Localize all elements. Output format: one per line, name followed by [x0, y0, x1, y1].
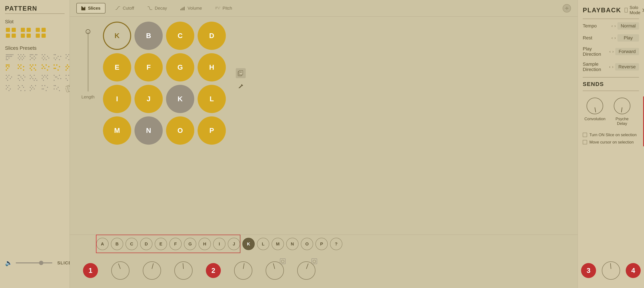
volume-tab[interactable]: Volume — [177, 4, 205, 13]
svg-point-28 — [10, 56, 11, 57]
grid-icon-paste[interactable] — [236, 68, 246, 78]
preset-20[interactable] — [17, 84, 27, 93]
slice-B[interactable]: B — [134, 22, 163, 50]
selector-E[interactable]: E — [155, 238, 167, 250]
knob-6[interactable] — [297, 261, 316, 280]
slice-K-mid[interactable]: K — [166, 85, 194, 113]
selector-N[interactable]: N — [286, 238, 298, 250]
pitch-tab[interactable]: Pitch — [212, 4, 236, 13]
middle-panel: Slices Cutoff Decay — [70, 0, 578, 288]
slice-L[interactable]: L — [198, 85, 226, 113]
selector-M[interactable]: M — [272, 238, 284, 250]
preset-15[interactable] — [29, 74, 39, 82]
length-handle[interactable] — [86, 29, 90, 34]
play-dir-right-btn[interactable]: › — [612, 49, 614, 54]
preset-17[interactable] — [53, 74, 63, 82]
slice-K-top[interactable]: K — [103, 22, 131, 50]
close-button[interactable]: × — [642, 6, 644, 14]
preset-3[interactable] — [29, 53, 39, 62]
solo-mode-checkbox[interactable] — [624, 8, 628, 13]
preset-10[interactable] — [41, 64, 51, 72]
selector-A[interactable]: A — [96, 238, 108, 250]
selector-F[interactable]: F — [169, 238, 182, 250]
svg-point-174 — [7, 87, 8, 88]
knob-1[interactable] — [111, 261, 130, 280]
slice-E[interactable]: E — [103, 53, 131, 81]
slice-I[interactable]: I — [103, 85, 131, 113]
settings-icon[interactable] — [563, 4, 571, 13]
knob-6-power-btn[interactable]: ◯ — [312, 258, 317, 264]
slot-icon-1[interactable] — [5, 27, 16, 39]
slice-M[interactable]: M — [103, 116, 131, 145]
selector-B[interactable]: B — [111, 238, 123, 250]
slice-N[interactable]: N — [134, 116, 163, 145]
psyche-delay-knob[interactable] — [614, 98, 630, 114]
slot-icon-2[interactable] — [20, 27, 32, 39]
preset-21[interactable] — [29, 84, 39, 93]
knob-3[interactable] — [174, 261, 192, 280]
knob-2[interactable] — [143, 261, 161, 280]
move-cursor-checkbox[interactable] — [583, 140, 587, 144]
knob-5[interactable] — [266, 261, 284, 280]
selector-L[interactable]: L — [257, 238, 269, 250]
selector-G[interactable]: G — [184, 238, 196, 250]
slice-G[interactable]: G — [166, 53, 194, 81]
badge-4: 4 — [626, 263, 641, 278]
decay-tab[interactable]: Decay — [144, 4, 170, 13]
preset-4[interactable] — [41, 53, 51, 62]
convolution-knob[interactable] — [586, 98, 603, 114]
slices-tab[interactable]: Slices — [76, 3, 106, 14]
slot-section: Slot — [5, 19, 64, 39]
preset-8[interactable] — [17, 64, 27, 72]
turn-on-slice-checkbox[interactable] — [583, 133, 587, 137]
selector-D[interactable]: D — [140, 238, 152, 250]
selector-question[interactable]: ? — [330, 238, 342, 250]
slot-icon-3[interactable] — [35, 27, 46, 39]
slice-H[interactable]: H — [198, 53, 226, 81]
preset-23[interactable] — [53, 84, 63, 93]
slice-J[interactable]: J — [134, 85, 163, 113]
svg-point-50 — [30, 56, 31, 57]
slice-O[interactable]: O — [166, 116, 194, 145]
preset-22[interactable] — [41, 84, 51, 93]
selector-O[interactable]: O — [301, 238, 313, 250]
preset-13[interactable] — [5, 74, 15, 82]
knob-4[interactable] — [234, 261, 252, 280]
preset-16[interactable] — [41, 74, 51, 82]
slice-C[interactable]: C — [166, 22, 194, 50]
play-dir-left-btn[interactable]: ‹ — [609, 49, 611, 54]
slice-P[interactable]: P — [198, 116, 226, 145]
slice-D[interactable]: D — [198, 22, 226, 50]
svg-point-189 — [31, 88, 32, 89]
preset-5[interactable] — [53, 53, 63, 62]
rest-right-btn[interactable]: › — [614, 36, 616, 40]
tempo-row: Tempo ‹ › Normal — [583, 22, 639, 30]
selector-J[interactable]: J — [228, 238, 240, 250]
tempo-left-btn[interactable]: ‹ — [612, 24, 613, 28]
preset-11[interactable] — [53, 64, 63, 72]
selector-C[interactable]: C — [126, 238, 138, 250]
preset-1[interactable] — [5, 53, 15, 62]
cutoff-tab[interactable]: Cutoff — [112, 4, 138, 13]
tempo-right-btn[interactable]: › — [614, 24, 616, 28]
selector-I[interactable]: I — [213, 238, 226, 250]
grid-icon-edit[interactable] — [236, 81, 246, 91]
svg-rect-215 — [183, 7, 184, 10]
sample-dir-left-btn[interactable]: ‹ — [609, 65, 610, 69]
knob-5-power-btn[interactable]: ◯ — [280, 258, 286, 264]
svg-point-198 — [54, 85, 54, 86]
selector-P[interactable]: P — [316, 238, 328, 250]
preset-19[interactable] — [5, 84, 15, 93]
rest-left-btn[interactable]: ‹ — [612, 36, 613, 40]
slice-F[interactable]: F — [134, 53, 163, 81]
sample-dir-right-btn[interactable]: › — [612, 65, 614, 69]
volume-slider-thumb[interactable] — [39, 261, 43, 265]
selector-H[interactable]: H — [198, 238, 211, 250]
right-panel-knob[interactable] — [602, 261, 620, 280]
svg-point-37 — [19, 56, 20, 57]
preset-7[interactable] — [5, 64, 15, 72]
selector-K[interactable]: K — [242, 238, 255, 250]
preset-14[interactable] — [17, 74, 27, 82]
preset-9[interactable] — [29, 64, 39, 72]
preset-2[interactable] — [17, 53, 27, 62]
